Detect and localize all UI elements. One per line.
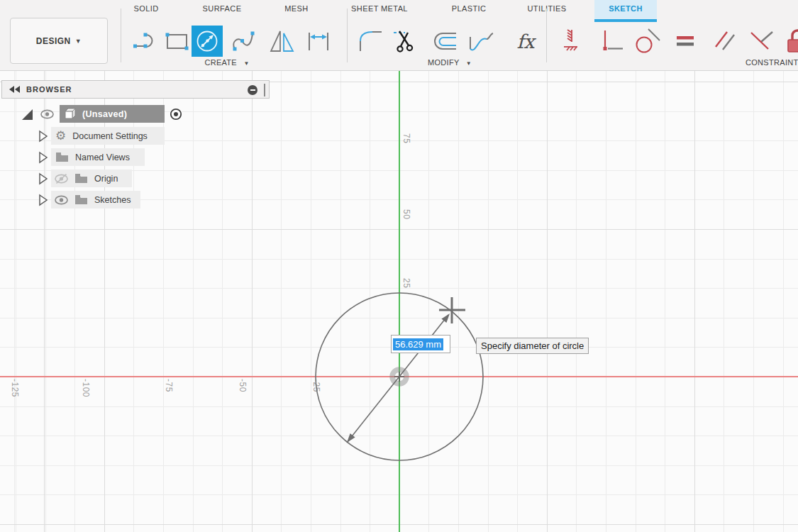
folder-icon <box>55 152 69 162</box>
rectangle-tool-button[interactable] <box>161 26 192 57</box>
document-name: (Unsaved) <box>82 109 127 119</box>
extend-tool-button[interactable] <box>465 26 497 57</box>
line-tool-button[interactable] <box>130 26 161 57</box>
perpendicular-constraint-button[interactable] <box>746 26 777 57</box>
design-context-dropdown[interactable]: DESIGN ▼ <box>10 18 108 64</box>
create-group-dropdown[interactable]: CREATE ▼ <box>204 58 249 67</box>
diameter-arrowhead-bottom <box>347 433 355 443</box>
folder-icon <box>74 173 88 184</box>
fusion-window: SOLID SURFACE MESH SHEET METAL PLASTIC U… <box>0 0 798 532</box>
trim-tool-button[interactable] <box>390 26 421 57</box>
browser-row-document-settings[interactable]: ⚙ Document Settings <box>0 127 148 145</box>
collapsed-triangle-icon[interactable] <box>35 128 50 144</box>
tab-sheet-metal[interactable]: SHEET METAL <box>351 4 408 13</box>
panel-remove-icon[interactable] <box>248 85 257 95</box>
lock-icon <box>783 27 798 55</box>
chevron-down-icon: ▼ <box>75 38 82 45</box>
tab-mesh[interactable]: MESH <box>284 4 308 13</box>
mirror-icon <box>268 27 297 55</box>
gear-icon: ⚙ <box>55 130 66 142</box>
equal-constraint-button[interactable] <box>670 26 701 57</box>
tab-sketch[interactable]: SKETCH <box>609 4 643 13</box>
fillet-icon <box>355 27 384 55</box>
change-parameters-button[interactable]: fx <box>510 26 541 57</box>
fix-constraint-button[interactable] <box>558 26 589 57</box>
offset-tool-button[interactable] <box>428 26 460 57</box>
design-label: DESIGN <box>36 36 71 46</box>
collapsed-triangle-icon[interactable] <box>35 150 50 165</box>
component-cube-icon <box>62 106 78 121</box>
horizontal-vertical-constraint-button[interactable] <box>595 26 626 57</box>
tab-plastic[interactable]: PLASTIC <box>452 4 487 13</box>
mirror-tool-button[interactable] <box>267 26 298 57</box>
toolbar-divider <box>121 9 121 62</box>
modify-label: MODIFY <box>428 58 459 67</box>
browser-title: BROWSER <box>26 85 72 94</box>
tree-item-label[interactable]: Named Views <box>75 153 130 162</box>
browser-row-named-views[interactable]: Named Views <box>0 148 130 166</box>
browser-header[interactable]: BROWSER <box>1 80 270 99</box>
diameter-input-value: 56.629 mm <box>393 338 443 350</box>
sketch-dimension-icon <box>304 27 333 55</box>
diameter-input[interactable]: 56.629 mm <box>391 335 450 353</box>
ribbon-toolbar: SOLID SURFACE MESH SHEET METAL PLASTIC U… <box>0 0 798 71</box>
circle-center-diameter-icon <box>193 27 221 55</box>
collapsed-triangle-icon[interactable] <box>35 192 50 208</box>
fx-icon: fx <box>516 31 534 52</box>
dimension-tool-button[interactable] <box>303 26 334 57</box>
expand-triangle-icon[interactable] <box>20 106 35 123</box>
tree-item-label[interactable]: Sketches <box>94 195 131 205</box>
tangent-constraint-button[interactable] <box>632 26 663 57</box>
visibility-eye-icon[interactable] <box>54 194 69 206</box>
sketch-lock-button[interactable] <box>782 26 798 57</box>
tab-utilities[interactable]: UTILITIES <box>528 4 567 13</box>
fillet-tool-button[interactable] <box>354 26 385 57</box>
spline-tool-button[interactable] <box>228 26 259 57</box>
rectangle-icon <box>162 27 191 55</box>
root-selected-highlight[interactable]: (Unsaved) <box>60 105 165 123</box>
visibility-eye-icon[interactable] <box>40 109 55 120</box>
collapsed-triangle-icon[interactable] <box>35 171 50 187</box>
trim-scissors-icon <box>392 27 420 55</box>
active-tab-underline <box>594 19 657 22</box>
tooltip-specify-diameter: Specify diameter of circle <box>476 338 589 354</box>
constraints-group-label: CONSTRAINTS <box>746 58 798 67</box>
offset-icon <box>430 27 458 55</box>
tab-sketch-active[interactable]: SKETCH <box>594 0 657 22</box>
modify-group-dropdown[interactable]: MODIFY ▼ <box>428 58 472 67</box>
parallel-constraint-button[interactable] <box>709 26 741 57</box>
browser-row-origin[interactable]: Origin <box>0 170 118 187</box>
diameter-line <box>347 315 448 443</box>
visibility-off-eye-icon[interactable] <box>54 173 69 184</box>
chevron-down-icon: ▼ <box>243 60 249 67</box>
spline-icon <box>229 27 257 55</box>
parallel-icon <box>711 27 739 55</box>
activate-component-icon[interactable] <box>169 107 183 121</box>
folder-icon <box>74 194 88 205</box>
toolbar-divider <box>546 9 547 62</box>
browser-row-root[interactable]: (Unsaved) <box>0 105 184 123</box>
create-label: CREATE <box>204 58 237 67</box>
toolbar-divider <box>347 9 348 62</box>
tangent-icon <box>633 27 662 55</box>
tab-solid[interactable]: SOLID <box>133 4 158 13</box>
chevron-down-icon: ▼ <box>466 60 472 67</box>
circle-tool-button[interactable] <box>192 26 223 57</box>
browser-row-sketches[interactable]: Sketches <box>0 191 131 209</box>
tree-item-label[interactable]: Document Settings <box>72 131 148 141</box>
collapse-panel-icon[interactable] <box>8 84 21 95</box>
equal-icon <box>671 27 699 55</box>
constraints-label: CONSTRAINTS <box>746 58 798 67</box>
panel-drag-handle[interactable] <box>264 84 265 96</box>
extend-icon <box>467 27 495 55</box>
tree-item-label[interactable]: Origin <box>94 174 118 184</box>
horizontal-vertical-icon <box>597 27 625 55</box>
line-icon <box>131 27 160 55</box>
fix-unfix-icon <box>560 27 588 55</box>
perpendicular-icon <box>747 27 775 55</box>
tab-surface[interactable]: SURFACE <box>203 4 242 13</box>
